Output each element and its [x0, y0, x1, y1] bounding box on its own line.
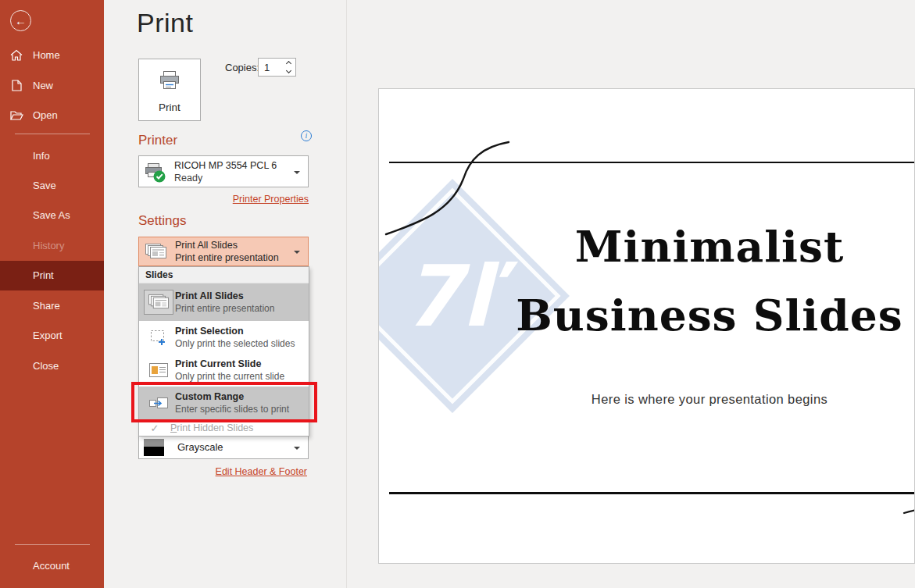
- slide-subtitle: Here is where your presentation begins: [506, 392, 913, 407]
- chevron-down-icon: [294, 251, 300, 254]
- copies-value[interactable]: 1: [264, 62, 270, 73]
- spin-up-icon[interactable]: [286, 61, 291, 66]
- sidebar-item-new[interactable]: New: [0, 74, 104, 96]
- print-all-slides-icon: [142, 290, 175, 315]
- edit-header-footer-link[interactable]: Edit Header & Footer: [216, 466, 307, 477]
- sidebar-item-home[interactable]: Home: [0, 44, 104, 66]
- page-title: Print: [137, 8, 193, 38]
- print-all-slides-icon: [145, 242, 167, 265]
- sidebar-item-info[interactable]: Info: [0, 145, 104, 167]
- color-mode-value: Grayscale: [177, 441, 223, 453]
- print-range-dropdown[interactable]: Print All Slides Print entire presentati…: [138, 237, 309, 266]
- printer-name: RICOH MP 3554 PCL 6: [174, 160, 277, 171]
- info-icon[interactable]: i: [301, 130, 312, 141]
- sidebar-item-label: Open: [33, 109, 58, 121]
- menu-toggle-print-hidden-slides[interactable]: ✓ Print Hidden Slides: [139, 419, 309, 436]
- slide-preview: 7ľ Minimalist Business Slides Here is wh…: [378, 88, 915, 564]
- printer-section-heading: Printer: [138, 133, 177, 148]
- option-subtitle: Only print the selected slides: [175, 338, 295, 349]
- copies-spin-buttons: [284, 59, 294, 75]
- option-title: Print Selection: [175, 326, 295, 337]
- spin-down-icon[interactable]: [286, 68, 291, 73]
- menu-option-print-all-slides[interactable]: Print All Slides Print entire presentati…: [139, 283, 309, 321]
- print-current-slide-icon: [142, 362, 175, 378]
- sidebar-item-export[interactable]: Export: [0, 325, 104, 347]
- settings-section-heading: Settings: [138, 213, 186, 229]
- chevron-down-icon: [294, 447, 300, 450]
- print-range-menu: Slides Print All Slides Print entire pre…: [138, 266, 309, 437]
- back-arrow-icon: ←: [15, 14, 27, 27]
- printer-properties-link[interactable]: Printer Properties: [233, 194, 309, 205]
- print-button-label: Print: [139, 102, 200, 113]
- printer-status-icon: [144, 162, 167, 187]
- selected-range-title: Print All Slides: [175, 240, 238, 251]
- back-button[interactable]: ←: [10, 10, 31, 31]
- print-selection-icon: [142, 329, 175, 346]
- printer-status: Ready: [174, 173, 202, 184]
- sidebar-divider: [15, 134, 90, 134]
- sidebar-item-save[interactable]: Save: [0, 175, 104, 197]
- selected-range-subtitle: Print entire presentation: [175, 252, 279, 263]
- printer-dropdown[interactable]: RICOH MP 3554 PCL 6 Ready: [138, 155, 309, 187]
- sidebar-item-open[interactable]: Open: [0, 104, 104, 126]
- option-subtitle: Print entire presentation: [175, 303, 274, 314]
- menu-option-custom-range[interactable]: Custom Range Enter specific slides to pr…: [139, 387, 309, 419]
- grayscale-icon: [144, 439, 164, 456]
- print-preview-area: 7ľ Minimalist Business Slides Here is wh…: [347, 0, 915, 588]
- sidebar-item-account[interactable]: Account: [0, 555, 104, 577]
- copies-label: Copies:: [225, 62, 259, 73]
- menu-option-print-current-slide[interactable]: Print Current Slide Only print the curre…: [139, 354, 309, 387]
- open-folder-icon: [0, 110, 33, 120]
- sidebar-item-history: History: [0, 235, 104, 257]
- sidebar-item-close[interactable]: Close: [0, 355, 104, 377]
- menu-group-header: Slides: [139, 267, 309, 283]
- sidebar-item-save-as[interactable]: Save As: [0, 205, 104, 226]
- slide-title-line1: Minimalist: [506, 212, 913, 281]
- option-title: Custom Range: [175, 391, 289, 402]
- option-title: Print All Slides: [175, 290, 274, 301]
- home-icon: [0, 49, 33, 61]
- sidebar-item-print[interactable]: Print: [0, 261, 104, 290]
- printer-icon: [158, 70, 181, 91]
- sidebar-item-label: Home: [33, 49, 60, 61]
- slide-title-line2: Business Slides: [506, 281, 913, 350]
- backstage-sidebar: ← Home New Open Info Save Save As Histor…: [0, 0, 104, 588]
- toggle-label: Print Hidden Slides: [170, 422, 253, 433]
- option-subtitle: Enter specific slides to print: [175, 404, 289, 415]
- slide-title: Minimalist Business Slides: [506, 212, 913, 350]
- option-subtitle: Only print the current slide: [175, 371, 284, 382]
- sidebar-item-share[interactable]: Share: [0, 295, 104, 317]
- menu-option-print-selection[interactable]: Print Selection Only print the selected …: [139, 321, 309, 354]
- print-button[interactable]: Print: [138, 59, 201, 121]
- checkmark-icon: ✓: [139, 422, 170, 434]
- copies-stepper[interactable]: 1: [258, 58, 296, 77]
- sidebar-divider: [15, 544, 90, 545]
- new-document-icon: [0, 80, 33, 91]
- option-title: Print Current Slide: [175, 358, 284, 369]
- sidebar-item-label: New: [33, 80, 53, 91]
- color-mode-dropdown[interactable]: Grayscale: [138, 435, 309, 459]
- custom-range-icon: [142, 396, 175, 410]
- chevron-down-icon: [294, 171, 300, 174]
